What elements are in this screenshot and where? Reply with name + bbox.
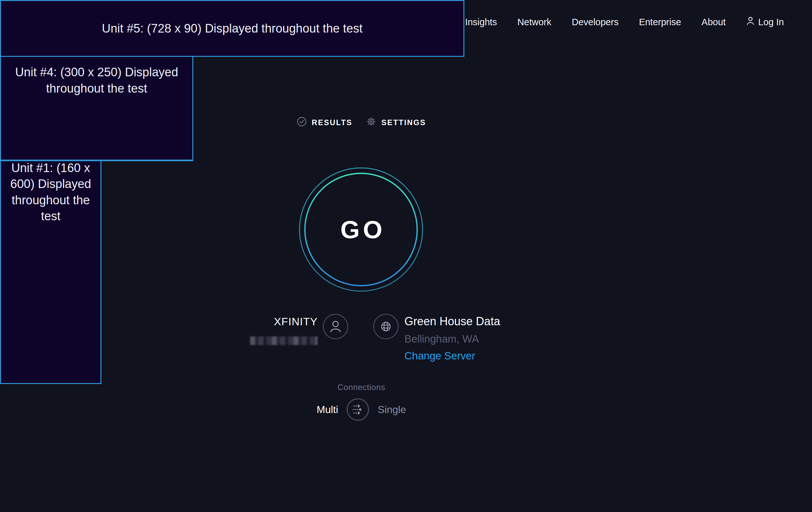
- gear-icon: [366, 116, 377, 129]
- connections-multi-option[interactable]: Multi: [317, 404, 338, 415]
- nav-item-network[interactable]: Network: [517, 17, 551, 27]
- isp-name: XFINITY: [223, 315, 318, 328]
- connections-toggle-row: Multi Single: [129, 398, 593, 421]
- nav-item-insights[interactable]: Insights: [465, 17, 497, 27]
- tabs-row: RESULTS SETTINGS: [129, 114, 593, 131]
- ad-unit-5[interactable]: Unit #5: (728 x 90) Displayed throughout…: [0, 0, 464, 57]
- tab-settings-label: SETTINGS: [381, 118, 426, 127]
- server-location: Bellingham, WA: [404, 332, 500, 346]
- isp-user-icon[interactable]: [322, 314, 349, 340]
- redacted-ip-address: [250, 336, 318, 345]
- connections-single-option[interactable]: Single: [378, 404, 406, 415]
- nav-item-about[interactable]: About: [702, 17, 726, 27]
- tab-results-label: RESULTS: [312, 118, 352, 127]
- login-label: Log In: [758, 17, 784, 27]
- server-globe-icon[interactable]: [373, 314, 399, 340]
- nav-item-enterprise[interactable]: Enterprise: [639, 17, 681, 27]
- connections-label: Connections: [129, 383, 593, 392]
- change-server-link[interactable]: Change Server: [404, 349, 500, 363]
- server-name: Green House Data: [404, 315, 500, 328]
- connections-toggle-icon[interactable]: [346, 398, 369, 421]
- tab-results[interactable]: RESULTS: [297, 116, 352, 129]
- nav-item-developers[interactable]: Developers: [572, 17, 619, 27]
- ad-unit-4-label: Unit #4: (300 x 250) Displayed throughou…: [5, 64, 188, 96]
- tab-settings[interactable]: SETTINGS: [366, 116, 426, 129]
- main-nav: Apps Insights Network Developers Enterpr…: [424, 16, 784, 28]
- ad-unit-1-label: Unit #1: (160 x 600) Displayed throughou…: [5, 160, 97, 224]
- server-info: Green House Data Bellingham, WA Change S…: [404, 315, 500, 363]
- go-button[interactable]: GO: [298, 166, 424, 293]
- go-button-label: GO: [298, 166, 424, 293]
- ad-unit-5-label: Unit #5: (728 x 90) Displayed throughout…: [102, 21, 362, 36]
- login-user-icon: [746, 16, 755, 28]
- check-circle-icon: [297, 116, 307, 129]
- login-button[interactable]: Log In: [746, 16, 784, 28]
